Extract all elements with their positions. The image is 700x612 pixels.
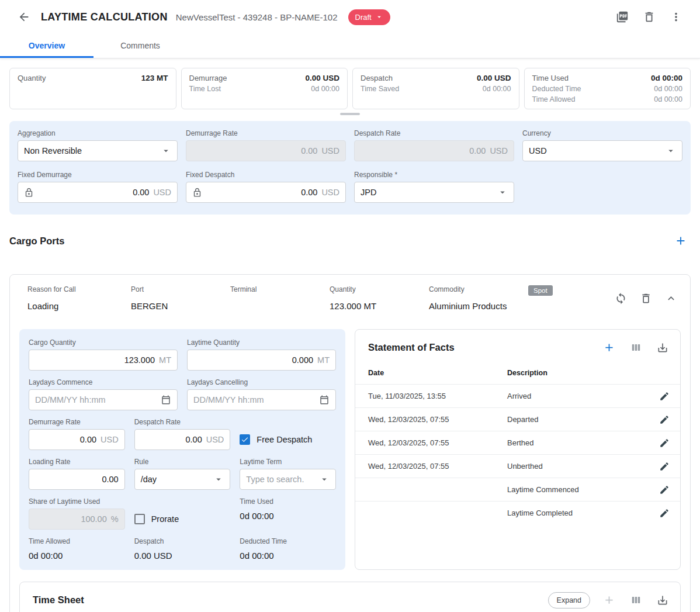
calendar-icon	[161, 395, 171, 405]
columns-icon	[630, 342, 642, 353]
time-saved-label: Time Saved	[361, 85, 399, 93]
delete-icon	[643, 11, 656, 23]
sof-row: Laytime Completed	[355, 501, 680, 524]
laytime-quantity-input[interactable]: 0.000 MT	[187, 350, 336, 371]
aggregation-select[interactable]: Non Reversible	[18, 140, 178, 161]
laytime-term-select[interactable]: Type to search.	[240, 469, 336, 490]
timesheet-add-button[interactable]	[601, 592, 618, 608]
lock-icon	[192, 188, 202, 198]
aggregation-label: Aggregation	[18, 129, 178, 137]
add-cargo-port-button[interactable]	[672, 232, 689, 250]
sof-edit-button[interactable]	[657, 482, 672, 497]
sof-description: Unberthed	[507, 462, 652, 471]
sof-row: Wed, 12/03/2025, 07:55 Berthed	[355, 431, 680, 454]
tab-comments[interactable]: Comments	[93, 34, 187, 58]
sof-edit-button[interactable]	[657, 412, 672, 427]
port-actions	[612, 290, 680, 307]
spot-badge: Spot	[528, 285, 553, 296]
cargo-quantity-input[interactable]: 123.000 MT	[29, 350, 178, 371]
port-quantity-label: Quantity	[330, 285, 429, 293]
laydays-cancelling-field: Laydays Cancelling DD/MM/YY hh:mm	[187, 378, 336, 410]
free-despatch-label: Free Despatch	[257, 435, 312, 444]
fixed-despatch-input[interactable]: 0.00 USD	[186, 182, 346, 203]
time-allowed-label: Time Allowed	[532, 95, 576, 103]
time-sheet-card: Time Sheet Expand From Date To Date Dedu…	[19, 582, 681, 612]
fixed-demurrage-input[interactable]: 0.00 USD	[18, 182, 178, 203]
timesheet-download-button[interactable]	[654, 592, 671, 608]
rule-select[interactable]: /day	[134, 469, 231, 490]
despatch-rate-currency: USD	[490, 146, 508, 155]
reason-for-call-label: Reason for Call	[27, 285, 131, 293]
export-pdf-button[interactable]	[614, 8, 631, 26]
loading-rate-value: 0.00	[102, 475, 118, 484]
chevron-up-icon	[665, 292, 677, 305]
delete-calculation-button[interactable]	[640, 8, 658, 26]
sof-row: Wed, 12/03/2025, 07:55 Unberthed	[355, 454, 680, 478]
port-header: Reason for Call Loading Port BERGEN Term…	[19, 284, 681, 312]
port-despatch-rate-input[interactable]: 0.00 USD	[134, 429, 231, 450]
prorate-field[interactable]: Prorate	[134, 509, 231, 530]
summary-card-quantity: Quantity123 MT	[9, 68, 176, 109]
demurrage-rate-input: 0.00 USD	[186, 140, 346, 161]
sof-edit-button[interactable]	[657, 506, 672, 521]
port-time-allowed-value: 0d 00:00	[29, 551, 125, 561]
sof-edit-button[interactable]	[657, 459, 672, 474]
free-despatch-field[interactable]: Free Despatch	[240, 429, 336, 450]
sof-edit-button[interactable]	[657, 389, 672, 404]
port-card: Reason for Call Loading Port BERGEN Term…	[9, 274, 691, 612]
loading-rate-input[interactable]: 0.00	[29, 469, 125, 490]
statement-of-facts-card: Statement of Facts Date Descriptio	[355, 329, 681, 570]
sof-columns-button[interactable]	[628, 340, 644, 355]
resize-handle[interactable]	[340, 113, 360, 115]
chevron-down-icon	[161, 146, 171, 156]
tab-overview[interactable]: Overview	[0, 34, 93, 58]
lock-icon	[24, 188, 34, 198]
fixed-demurrage-label: Fixed Demurrage	[18, 171, 178, 179]
sof-description: Laytime Commenced	[507, 485, 652, 494]
header-actions	[614, 8, 685, 26]
status-dropdown[interactable]: Draft	[348, 9, 390, 25]
edit-icon	[659, 485, 670, 495]
laydays-cancelling-input[interactable]: DD/MM/YY hh:mm	[187, 389, 336, 410]
aggregation-field: Aggregation Non Reversible	[18, 129, 178, 161]
delete-port-button[interactable]	[637, 290, 654, 307]
plus-icon	[674, 234, 687, 247]
free-despatch-checkbox[interactable]	[240, 434, 250, 445]
reason-for-call-value: Loading	[27, 301, 131, 312]
prorate-label: Prorate	[151, 514, 179, 524]
demurrage-rate-value: 0.00	[301, 146, 317, 155]
cargo-quantity-label: Cargo Quantity	[29, 338, 178, 347]
back-button[interactable]	[15, 8, 33, 26]
fixed-despatch-value: 0.00	[301, 188, 317, 197]
timesheet-columns-button[interactable]	[628, 592, 644, 608]
port-despatch-rate-field: Despatch Rate 0.00 USD	[134, 418, 231, 450]
sync-port-button[interactable]	[612, 290, 629, 307]
aggregation-value: Non Reversible	[24, 146, 82, 155]
port-despatch-value: 0.00 USD	[134, 551, 231, 561]
expand-button[interactable]: Expand	[548, 592, 590, 608]
fixed-despatch-currency: USD	[321, 188, 339, 197]
sof-edit-button[interactable]	[657, 435, 672, 451]
laydays-commence-input[interactable]: DD/MM/YY hh:mm	[29, 389, 178, 410]
share-of-laytime-label: Share of Laytime Used	[29, 497, 125, 506]
share-of-laytime-unit: %	[111, 514, 119, 524]
currency-select[interactable]: USD	[522, 140, 682, 161]
laydays-commence-field: Laydays Commence DD/MM/YY hh:mm	[29, 378, 178, 410]
summary-card-despatch: Despatch0.00 USD Time Saved0d 00:00	[352, 68, 519, 109]
port-time-used-value: 0d 00:00	[240, 511, 336, 521]
collapse-port-button[interactable]	[663, 290, 680, 307]
sof-download-button[interactable]	[654, 340, 671, 356]
demurrage-value: 0.00 USD	[305, 74, 339, 82]
prorate-checkbox[interactable]	[134, 514, 145, 524]
sof-description: Departed	[507, 415, 652, 424]
sof-title: Statement of Facts	[368, 342, 601, 353]
port-deducted-time-stat: Deducted Time 0d 00:00	[240, 537, 336, 561]
sof-add-button[interactable]	[601, 339, 618, 356]
more-menu-button[interactable]	[667, 8, 685, 26]
rule-label: Rule	[134, 458, 231, 466]
page-subtitle: NewVesselTest - 439248 - BP-NAME-102	[176, 12, 338, 22]
responsible-field: Responsible * JPD	[354, 171, 514, 203]
responsible-select[interactable]: JPD	[354, 182, 514, 203]
port-demurrage-rate-input[interactable]: 0.00 USD	[29, 429, 125, 450]
deducted-time-label: Deducted Time	[532, 85, 581, 93]
